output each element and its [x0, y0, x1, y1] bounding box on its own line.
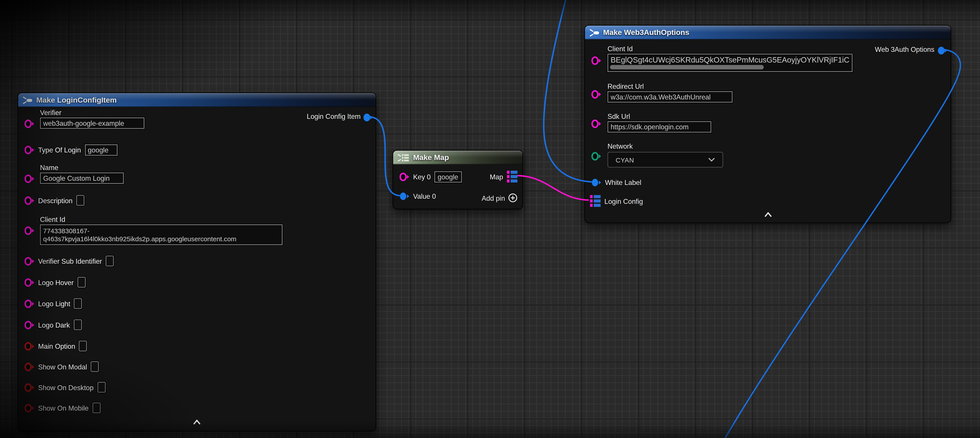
pin-map-output[interactable]	[507, 171, 518, 183]
verifier-sub-identifier-checkbox[interactable]	[106, 256, 114, 266]
network-selected-value: CYAN	[616, 156, 634, 164]
show-on-modal-checkbox[interactable]	[91, 361, 99, 372]
make-map-icon	[398, 154, 409, 162]
pin-redirect-url[interactable]	[591, 90, 601, 99]
sdk-url-input[interactable]: https://sdk.openlogin.com	[608, 121, 711, 133]
client-id-label: Client Id	[40, 216, 283, 223]
show-on-mobile-checkbox[interactable]	[92, 403, 100, 413]
field-text: google	[88, 146, 108, 154]
pin-web3auth-options-output[interactable]	[937, 46, 947, 55]
map-output-label: Map	[490, 173, 503, 180]
pin-logo-dark[interactable]	[24, 320, 35, 329]
output-pin-label: Login Config Item	[307, 113, 361, 120]
type-of-login-input[interactable]: google	[85, 145, 117, 156]
add-pin-label: Add pin	[482, 194, 505, 202]
pin-show-on-modal[interactable]	[24, 362, 35, 371]
pin-show-on-mobile[interactable]	[24, 403, 35, 412]
node-title: Make Web3AuthOptions	[603, 28, 689, 37]
field-text-line2: q463s7kpvja16l4l0kko3nb925ikds2p.apps.go…	[43, 235, 236, 243]
main-option-label: Main Option	[38, 342, 75, 350]
network-label: Network	[608, 142, 723, 150]
key-0-input[interactable]: google	[434, 171, 462, 183]
white-label-label: White Label	[605, 179, 641, 186]
node-make-web3authoptions[interactable]: Make Web3AuthOptions Web 3Auth Options C…	[584, 25, 951, 223]
main-option-checkbox[interactable]	[79, 341, 87, 351]
blueprint-editor: Make LoginConfigItem Login Config Item V…	[0, 0, 980, 438]
show-on-desktop-checkbox[interactable]	[97, 382, 105, 393]
add-pin-icon	[508, 193, 517, 202]
pin-client-id[interactable]	[591, 56, 601, 65]
network-select[interactable]: CYAN	[608, 152, 723, 167]
field-text: BEglQSgt4cUWcj6SKRdu5QkOXTsePmMcusG5EAoy…	[611, 56, 850, 64]
pin-logo-hover[interactable]	[24, 278, 35, 287]
verifier-label: Verifier	[40, 109, 145, 116]
collapse-chevron-icon[interactable]	[764, 212, 772, 217]
logo-hover-label: Logo Hover	[38, 279, 74, 286]
collapse-chevron-icon[interactable]	[192, 419, 201, 425]
pin-type-of-login[interactable]	[24, 145, 35, 154]
pin-show-on-desktop[interactable]	[24, 383, 35, 392]
pin-verifier[interactable]	[24, 119, 35, 128]
node-header-make-map[interactable]: Make Map	[393, 151, 522, 164]
make-struct-icon	[22, 96, 32, 104]
client-id-label: Client Id	[608, 45, 853, 53]
login-config-label: Login Config	[605, 197, 643, 205]
pin-name[interactable]	[24, 175, 35, 183]
field-text: https://sdk.openlogin.com	[611, 123, 689, 131]
show-on-desktop-label: Show On Desktop	[38, 384, 94, 391]
graph-canvas[interactable]: Make LoginConfigItem Login Config Item V…	[0, 0, 980, 438]
logo-dark-label: Logo Dark	[38, 321, 70, 328]
make-struct-icon	[589, 29, 600, 37]
chevron-down-icon	[708, 158, 715, 162]
description-label: Description	[38, 196, 73, 204]
node-header-make-loginconfigitem[interactable]: Make LoginConfigItem	[18, 93, 375, 107]
type-of-login-label: Type Of Login	[38, 146, 81, 154]
pin-client-id[interactable]	[24, 226, 35, 235]
field-text: google	[438, 173, 458, 181]
name-input[interactable]: Google Custom Login	[40, 172, 124, 184]
pin-sdk-url[interactable]	[591, 119, 601, 128]
horizontal-scrollbar[interactable]	[610, 65, 764, 69]
output-row-login-config-item: Login Config Item	[307, 113, 361, 120]
logo-dark-checkbox[interactable]	[74, 319, 82, 330]
verifier-input[interactable]: web3auth-google-example	[40, 118, 145, 129]
pin-main-option[interactable]	[24, 342, 35, 350]
value-0-label: Value 0	[413, 193, 436, 200]
redirect-url-input[interactable]: w3a://com.w3a.Web3AuthUnreal	[608, 91, 733, 103]
output-pin-label: Web 3Auth Options	[875, 46, 934, 53]
pin-network[interactable]	[591, 152, 601, 161]
pin-value-0[interactable]	[399, 192, 409, 201]
field-text-line1: 774338308167-	[43, 226, 89, 235]
sdk-url-label: Sdk Url	[608, 113, 711, 120]
pin-logo-light[interactable]	[24, 299, 35, 308]
logo-light-label: Logo Light	[38, 300, 70, 307]
show-on-modal-label: Show On Modal	[38, 363, 87, 370]
logo-hover-checkbox[interactable]	[78, 277, 86, 288]
node-make-map[interactable]: Make Map Key 0 google Map Value 0 Add pi…	[393, 150, 523, 209]
client-id-input[interactable]: 774338308167- q463s7kpvja16l4l0kko3nb925…	[40, 225, 283, 245]
show-on-mobile-label: Show On Mobile	[38, 404, 89, 412]
client-id-input[interactable]: BEglQSgt4cUWcj6SKRdu5QkOXTsePmMcusG5EAoy…	[608, 54, 853, 72]
field-text: Google Custom Login	[43, 175, 110, 182]
field-text: w3a://com.w3a.Web3AuthUnreal	[611, 93, 711, 100]
node-title: Make Map	[413, 153, 449, 162]
key-0-label: Key 0	[413, 173, 431, 181]
pin-verifier-sub-identifier[interactable]	[24, 256, 35, 265]
add-pin-button[interactable]: Add pin	[482, 193, 518, 202]
name-label: Name	[40, 164, 124, 171]
node-title: Make LoginConfigItem	[36, 96, 116, 104]
pin-login-config[interactable]	[590, 195, 601, 207]
redirect-url-label: Redirect Url	[608, 83, 733, 90]
pin-key-0[interactable]	[399, 172, 409, 181]
node-header-make-web3authoptions[interactable]: Make Web3AuthOptions	[585, 25, 951, 40]
pin-white-label[interactable]	[591, 178, 601, 187]
node-make-loginconfigitem[interactable]: Make LoginConfigItem Login Config Item V…	[18, 92, 376, 431]
description-checkbox[interactable]	[76, 195, 84, 205]
verifier-sub-identifier-label: Verifier Sub Identifier	[38, 257, 102, 265]
pin-description[interactable]	[24, 196, 35, 205]
field-text: web3auth-google-example	[43, 119, 124, 127]
logo-light-checkbox[interactable]	[74, 298, 82, 309]
